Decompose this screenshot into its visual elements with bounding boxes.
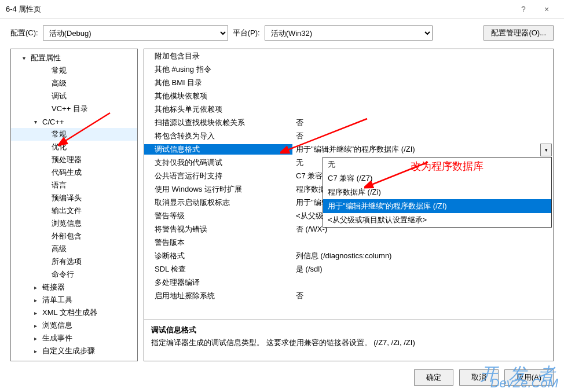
- tree-item[interactable]: 常规: [11, 64, 137, 77]
- dropdown-option[interactable]: 无: [323, 157, 551, 171]
- config-select[interactable]: 活动(Debug): [43, 25, 228, 41]
- tree-item[interactable]: 预处理器: [11, 153, 137, 166]
- property-row[interactable]: 多处理器编译: [144, 276, 553, 289]
- tree-item-label: 高级: [52, 244, 67, 254]
- property-row[interactable]: 其他 BMI 目录: [144, 76, 553, 89]
- platform-select[interactable]: 活动(Win32): [265, 25, 433, 41]
- tree-item-label: 预编译头: [52, 193, 82, 203]
- property-row[interactable]: 诊断格式列信息 (/diagnostics:column): [144, 249, 553, 262]
- property-row[interactable]: 附加包含目录: [144, 49, 553, 63]
- help-icon[interactable]: ?: [512, 5, 535, 14]
- property-row[interactable]: 启用地址擦除系统否: [144, 289, 553, 302]
- chevron-right-icon[interactable]: ▸: [34, 323, 42, 329]
- tree-item[interactable]: 高级: [11, 243, 137, 255]
- tree-item[interactable]: 常规: [11, 128, 137, 141]
- config-toolbar: 配置(C): 活动(Debug) 平台(P): 活动(Win32) 配置管理器(…: [0, 19, 564, 49]
- property-row[interactable]: 其他模块依赖项: [144, 89, 553, 102]
- chevron-right-icon[interactable]: ▸: [34, 284, 42, 291]
- ok-button[interactable]: 确定: [414, 369, 453, 386]
- tree-item[interactable]: ▸自定义生成步骤: [11, 345, 137, 357]
- tree-item-label: 外部包含: [52, 231, 82, 241]
- right-pane: 附加包含目录其他 #using 指令其他 BMI 目录其他模块依赖项其他标头单元…: [144, 49, 554, 361]
- property-label: 警告等级: [155, 211, 292, 221]
- tree-item-label: XML 文档生成器: [42, 307, 97, 318]
- tree-item[interactable]: 预编译头: [11, 192, 137, 204]
- tree-item[interactable]: ▸清单工具: [11, 294, 137, 306]
- property-row[interactable]: 其他 #using 指令: [144, 63, 553, 76]
- tree-item-label: 命令行: [52, 269, 74, 280]
- dropdown-option[interactable]: 程序数据库 (/Zi): [323, 185, 551, 199]
- tree-item-label: 常规: [52, 65, 67, 76]
- cancel-button[interactable]: 取消: [459, 369, 499, 386]
- property-label: 其他标头单元依赖项: [155, 104, 292, 115]
- tree-item[interactable]: ▸生成事件: [11, 332, 137, 345]
- tree-item[interactable]: 高级: [11, 77, 137, 90]
- chevron-down-icon[interactable]: ▾: [34, 119, 42, 125]
- apply-button[interactable]: 应用(A): [504, 369, 554, 386]
- tree-item[interactable]: 优化: [11, 141, 137, 153]
- property-row[interactable]: 警告版本: [144, 236, 553, 249]
- chevron-down-icon[interactable]: ▾: [23, 55, 31, 61]
- description-title: 调试信息格式: [151, 325, 546, 335]
- property-row[interactable]: 将包含转换为导入否: [144, 129, 553, 142]
- property-value[interactable]: 否: [292, 118, 553, 128]
- dropdown-option[interactable]: 用于"编辑并继续"的程序数据库 (/ZI): [323, 199, 551, 213]
- tree-item-label: 优化: [52, 142, 67, 152]
- config-manager-button[interactable]: 配置管理器(O)...: [484, 25, 554, 41]
- tree-item[interactable]: ▾C/C++: [11, 115, 137, 128]
- close-icon[interactable]: ×: [535, 5, 558, 14]
- tree-item-label: 生成事件: [42, 333, 72, 343]
- property-row[interactable]: 调试信息格式用于"编辑并继续"的程序数据库 (/ZI): [144, 142, 553, 156]
- property-label: 调试信息格式: [144, 144, 292, 155]
- tree-item[interactable]: VC++ 目录: [11, 102, 137, 115]
- config-tree[interactable]: ▾配置属性常规高级调试VC++ 目录▾C/C++常规优化预处理器代码生成语言预编…: [10, 49, 138, 361]
- tree-item-label: 代码生成: [52, 167, 82, 178]
- tree-item-label: 浏览信息: [42, 320, 72, 331]
- tree-item-label: 链接器: [42, 282, 65, 292]
- dropdown-option[interactable]: C7 兼容 (/Z7): [323, 171, 551, 185]
- tree-item[interactable]: ▾配置属性: [11, 52, 137, 64]
- tree-item-label: 浏览信息: [52, 218, 82, 229]
- tree-item[interactable]: 命令行: [11, 268, 137, 281]
- window-titlebar: 6-4 属性页 ? ×: [0, 0, 564, 19]
- property-label: 诊断格式: [155, 251, 292, 261]
- tree-item-label: 清单工具: [42, 295, 72, 305]
- tree-item-label: 自定义生成步骤: [42, 346, 95, 356]
- property-value[interactable]: 用于"编辑并继续"的程序数据库 (/ZI): [292, 144, 553, 155]
- property-label: 启用地址擦除系统: [155, 291, 292, 301]
- property-value[interactable]: 列信息 (/diagnostics:column): [292, 251, 553, 261]
- tree-item[interactable]: 外部包含: [11, 230, 137, 243]
- property-label: 警告版本: [155, 237, 292, 248]
- property-value[interactable]: 是 (/sdl): [292, 264, 553, 274]
- description-text: 指定编译器生成的调试信息类型。 这要求使用兼容的链接器设置。 (/Z7, /Zi…: [151, 338, 546, 348]
- tree-item[interactable]: 语言: [11, 179, 137, 192]
- property-label: 将警告视为错误: [155, 224, 292, 235]
- dropdown-list[interactable]: 无C7 兼容 (/Z7)程序数据库 (/Zi)用于"编辑并继续"的程序数据库 (…: [323, 157, 552, 228]
- property-value[interactable]: 否: [292, 291, 553, 301]
- tree-item[interactable]: 浏览信息: [11, 217, 137, 230]
- chevron-right-icon[interactable]: ▸: [34, 348, 42, 354]
- dropdown-option[interactable]: <从父级或项目默认设置继承>: [323, 213, 551, 227]
- property-value[interactable]: 否: [292, 131, 553, 141]
- tree-item[interactable]: 代码生成: [11, 166, 137, 179]
- tree-item[interactable]: 调试: [11, 90, 137, 102]
- tree-item[interactable]: 所有选项: [11, 255, 137, 268]
- tree-item-label: VC++ 目录: [52, 104, 88, 114]
- tree-item-label: 常规: [52, 129, 67, 140]
- tree-item[interactable]: ▸浏览信息: [11, 319, 137, 332]
- tree-item[interactable]: ▸链接器: [11, 281, 137, 294]
- property-row[interactable]: SDL 检查是 (/sdl): [144, 262, 553, 276]
- tree-item-label: 预处理器: [52, 155, 82, 165]
- property-row[interactable]: 其他标头单元依赖项: [144, 102, 553, 116]
- chevron-right-icon[interactable]: ▸: [34, 297, 42, 303]
- property-label: 其他 #using 指令: [155, 64, 292, 75]
- dropdown-toggle-icon[interactable]: ▾: [540, 144, 552, 156]
- property-row[interactable]: 扫描源以查找模块依赖关系否: [144, 116, 553, 129]
- config-label: 配置(C):: [10, 28, 38, 38]
- tree-item[interactable]: ▸XML 文档生成器: [11, 306, 137, 319]
- tree-item[interactable]: 输出文件: [11, 204, 137, 217]
- dialog-buttons: 确定 取消 应用(A): [0, 361, 564, 392]
- chevron-right-icon[interactable]: ▸: [34, 310, 42, 316]
- description-box: 调试信息格式 指定编译器生成的调试信息类型。 这要求使用兼容的链接器设置。 (/…: [144, 320, 554, 361]
- chevron-right-icon[interactable]: ▸: [34, 335, 42, 342]
